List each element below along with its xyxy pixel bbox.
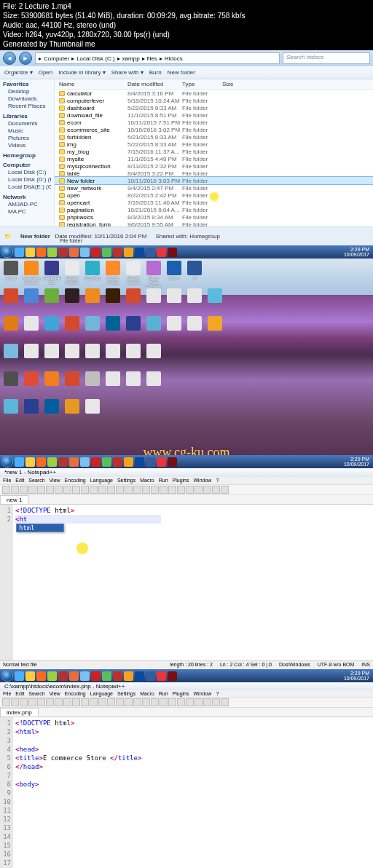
autocomplete-popup[interactable]: html [16, 524, 64, 532]
toolbar-button[interactable] [98, 486, 106, 494]
table-row[interactable]: forbidden5/21/2015 8:33 AMFile folder [55, 133, 373, 141]
taskbar-3[interactable]: 2:29 PM10/09/2017 [0, 669, 373, 682]
column-header[interactable]: Size [222, 81, 250, 87]
sidebar-group[interactable]: Libraries [3, 113, 51, 119]
toolbar-button[interactable] [107, 698, 115, 706]
start-orb[interactable] [1, 246, 13, 258]
desktop-icon[interactable] [22, 316, 41, 344]
desktop-icon[interactable] [42, 344, 61, 371]
column-header[interactable]: Date modified [127, 81, 182, 87]
toolbar-button[interactable] [195, 486, 203, 494]
desktop-icon[interactable] [185, 288, 204, 316]
tab[interactable]: index.php [0, 708, 39, 717]
toolbar-item[interactable]: Burn [149, 69, 162, 76]
menu-item[interactable]: Encoding [65, 691, 86, 696]
start-orb[interactable] [1, 456, 13, 467]
toolbar[interactable] [0, 698, 373, 708]
taskbar-icon[interactable] [157, 248, 166, 257]
toolbar-button[interactable] [116, 486, 124, 494]
toolbar-button[interactable] [98, 698, 106, 706]
table-row[interactable]: calculator8/4/2015 3:16 PMFile folder [55, 90, 373, 97]
toolbar-button[interactable] [63, 698, 71, 706]
taskbar-icon[interactable] [25, 457, 35, 467]
desktop-icon[interactable] [42, 371, 61, 399]
taskbar-icon[interactable] [69, 457, 79, 467]
toolbar-button[interactable] [28, 698, 36, 706]
column-header[interactable]: Name [55, 81, 127, 87]
editor[interactable]: 1234567891011121314151617181920 <!DOCTYP… [0, 717, 373, 868]
taskbar-icon[interactable] [157, 671, 166, 681]
taskbar-icon[interactable] [135, 671, 144, 681]
toolbar-item[interactable]: New folder [168, 69, 195, 76]
desktop-icon[interactable] [63, 316, 82, 344]
toolbar-button[interactable] [11, 486, 19, 494]
taskbar-icon[interactable] [168, 248, 177, 257]
desktop-icon[interactable] [83, 288, 102, 316]
toolbar-button[interactable] [125, 486, 133, 494]
sidebar-item[interactable]: Local Disk(E:) (G:) [3, 184, 51, 191]
menu-item[interactable]: Language [90, 478, 113, 484]
search-input[interactable]: Search htdocs [283, 52, 370, 64]
desktop-icon[interactable] [124, 316, 143, 344]
sidebar-group[interactable]: Network [3, 194, 51, 200]
desktop-icon[interactable] [1, 399, 20, 427]
desktop-icon[interactable] [83, 316, 102, 344]
desktop-icon[interactable] [103, 288, 122, 316]
sidebar-item[interactable]: Local Disk (D:) (F:) [3, 176, 51, 184]
table-row[interactable]: img5/22/2015 8:33 AMFile folder [55, 141, 373, 148]
toolbar-button[interactable] [90, 486, 98, 494]
toolbar-item[interactable]: Share with ▾ [111, 69, 144, 76]
toolbar-button[interactable] [177, 698, 185, 706]
desktop-icon[interactable] [42, 316, 61, 344]
desktop-icon[interactable]: Avast Free Antivirus [22, 261, 41, 288]
table-row[interactable]: my_blog7/15/2016 11:37 A...File folder [55, 148, 373, 155]
toolbar-button[interactable] [168, 486, 176, 494]
taskbar-icon[interactable] [25, 671, 35, 681]
desktop-icon[interactable] [63, 399, 82, 427]
desktop-icon[interactable] [22, 288, 41, 316]
table-row[interactable]: ecom10/11/2015 7:51 PMFile folder [55, 119, 373, 126]
desktop-icon[interactable] [165, 288, 184, 316]
taskbar-icon[interactable] [36, 248, 46, 257]
toolbar-button[interactable] [221, 698, 229, 706]
table-row[interactable]: phpbasics8/3/2015 8:34 AMFile folder [55, 213, 373, 221]
desktop-icon[interactable] [103, 344, 122, 371]
table-row[interactable]: mysqlconnection8/13/2015 2:32 PMFile fol… [55, 162, 373, 170]
toolbar-button[interactable] [11, 698, 19, 706]
taskbar-icon[interactable] [47, 248, 57, 257]
table-row[interactable]: registration_form9/6/2015 9:55 AMFile fo… [55, 221, 373, 226]
desktop-icon[interactable] [83, 344, 102, 371]
menu-item[interactable]: Plugins [173, 691, 189, 696]
desktop-icon[interactable]: Google Chrome [124, 261, 143, 288]
desktop-icon[interactable] [165, 316, 184, 344]
column-header[interactable]: Type [182, 81, 222, 87]
back-button[interactable]: ◄ [3, 52, 16, 65]
desktop-icon[interactable]: Online [165, 261, 184, 288]
desktop-icon[interactable] [185, 316, 204, 344]
taskbar-icon[interactable] [47, 457, 57, 467]
explorer-columns[interactable]: NameDate modifiedTypeSize [55, 79, 373, 90]
taskbar-icon[interactable] [146, 671, 155, 681]
toolbar-button[interactable] [72, 486, 80, 494]
taskbar-icon[interactable] [124, 671, 133, 681]
sidebar-item[interactable]: Recent Places [3, 103, 51, 110]
sidebar-item[interactable]: AMJAD-PC [3, 201, 51, 208]
desktop-icon[interactable] [103, 371, 122, 399]
desktop-icon[interactable] [1, 371, 20, 399]
toolbar[interactable] [0, 485, 373, 495]
desktop-icon[interactable] [1, 288, 20, 316]
tab[interactable]: new 1 [0, 495, 28, 504]
table-row[interactable]: pagination10/21/2015 8:04 A...File folde… [55, 206, 373, 213]
desktop-icon[interactable] [22, 399, 41, 427]
sidebar-item[interactable]: Local Disk (C:) [3, 169, 51, 176]
desktop-icon[interactable] [124, 344, 143, 371]
menu-item[interactable]: ? [216, 478, 219, 484]
toolbar-button[interactable] [55, 698, 63, 706]
desktop-icon[interactable] [103, 316, 122, 344]
menubar[interactable]: FileEditSearchViewEncodingLanguageSettin… [0, 690, 373, 698]
toolbar-button[interactable] [81, 698, 89, 706]
toolbar-button[interactable] [20, 698, 28, 706]
toolbar-button[interactable] [125, 698, 133, 706]
toolbar-button[interactable] [212, 486, 220, 494]
toolbar-item[interactable]: Include in library ▾ [58, 69, 105, 76]
